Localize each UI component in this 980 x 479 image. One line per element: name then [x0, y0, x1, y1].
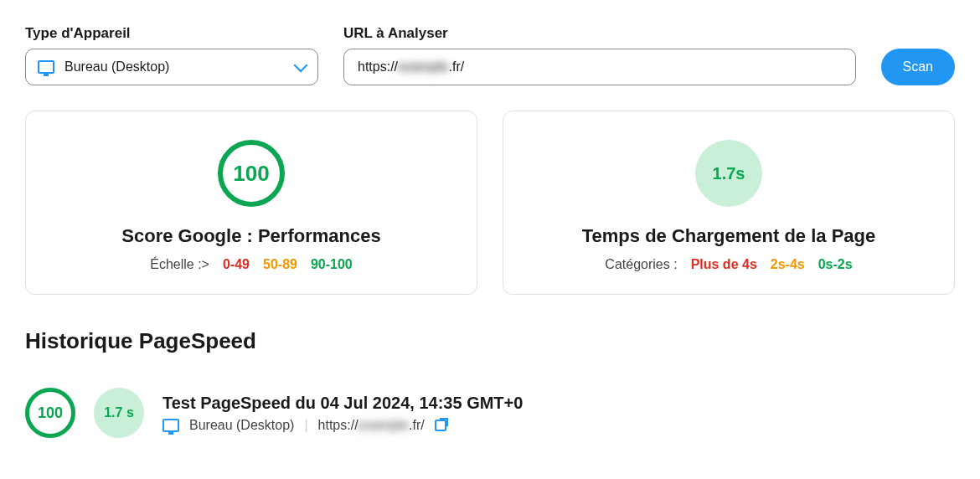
url-input-suffix: .fr/ [449, 59, 465, 75]
score-circle: 100 [218, 140, 285, 207]
monitor-icon [38, 60, 54, 74]
load-cat-bad: Plus de 4s [691, 257, 757, 272]
score-range-bad: 0-49 [223, 257, 250, 272]
monitor-icon [162, 419, 179, 432]
separator: | [304, 418, 307, 433]
performance-score-card: 100 Score Google : Performances Échelle … [25, 111, 477, 295]
url-label: URL à Analyser [343, 25, 856, 42]
load-card-title: Temps de Chargement de la Page [582, 225, 875, 247]
external-link-icon[interactable] [435, 420, 446, 431]
device-type-label: Type d'Appareil [25, 25, 318, 42]
url-input-hidden: example [398, 59, 448, 75]
chevron-down-icon [294, 59, 308, 73]
device-type-select[interactable]: Bureau (Desktop) [25, 49, 318, 85]
history-device: Bureau (Desktop) [189, 418, 294, 433]
history-score-circle: 100 [25, 388, 75, 438]
load-time-card: 1.7s Temps de Chargement de la Page Caté… [503, 111, 955, 295]
url-input[interactable]: https://example.fr/ [343, 49, 856, 85]
history-time-circle: 1.7 s [94, 388, 144, 438]
score-legend-label: Échelle :> [150, 257, 209, 272]
load-legend-label: Catégories : [605, 257, 677, 272]
load-cat-mid: 2s-4s [771, 257, 805, 272]
score-card-title: Score Google : Performances [121, 225, 380, 247]
score-range-mid: 50-89 [263, 257, 297, 272]
history-url: https://example.fr/ [318, 418, 425, 433]
history-title: Historique PageSpeed [25, 328, 955, 354]
score-range-good: 90-100 [311, 257, 353, 272]
history-item-title: Test PageSpeed du 04 Jul 2024, 14:35 GMT… [162, 394, 523, 413]
url-input-prefix: https:// [358, 59, 398, 75]
history-item[interactable]: 100 1.7 s Test PageSpeed du 04 Jul 2024,… [25, 388, 955, 438]
load-time-circle: 1.7s [695, 140, 762, 207]
device-type-value: Bureau (Desktop) [64, 59, 286, 75]
scan-button[interactable]: Scan [881, 49, 955, 85]
load-cat-good: 0s-2s [818, 257, 853, 272]
